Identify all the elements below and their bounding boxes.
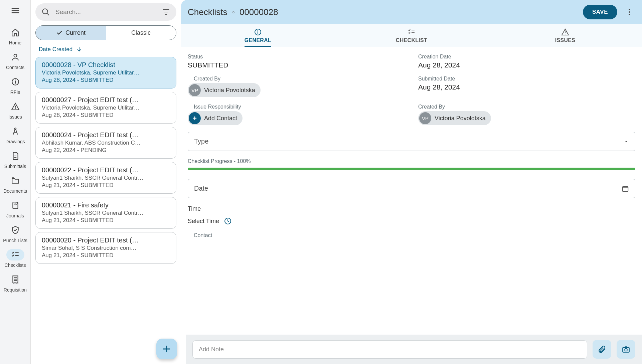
- detail-body[interactable]: Status SUBMITTED Creation Date Aug 28, 2…: [181, 47, 642, 364]
- card-meta: Aug 21, 2024 - SUBMITTED: [42, 182, 170, 189]
- list-item[interactable]: 00000028 - VP Checklist Victoria Povolot…: [35, 57, 176, 88]
- warning-icon: [11, 102, 20, 111]
- nav-documents[interactable]: Documents: [0, 172, 30, 196]
- card-title: 00000024 - Project EDIT test (…: [42, 131, 170, 139]
- nav-checklists[interactable]: Checklists: [0, 246, 30, 270]
- issue-resp-label: Issue Responsibility: [194, 104, 405, 110]
- select-time-button[interactable]: Select Time: [188, 217, 635, 225]
- created-by-2-name: Victoria Povolotska: [435, 115, 486, 122]
- hamburger-menu-button[interactable]: [9, 4, 22, 17]
- more-menu-button[interactable]: [623, 6, 635, 18]
- svg-rect-4: [15, 106, 15, 108]
- card-author: Sufyan1 Shaikh, SSCR General Contr…: [42, 175, 170, 181]
- attach-button[interactable]: [593, 340, 611, 359]
- status-label: Status: [188, 54, 405, 60]
- status-value: SUBMITTED: [188, 61, 405, 69]
- toggle-classic-label: Classic: [131, 29, 151, 36]
- svg-rect-16: [565, 34, 566, 34]
- card-title: 00000028 - VP Checklist: [42, 61, 170, 69]
- hamburger-icon: [10, 6, 20, 16]
- svg-rect-15: [565, 31, 566, 33]
- filter-icon[interactable]: [162, 8, 170, 16]
- card-list[interactable]: 00000028 - VP Checklist Victoria Povolot…: [35, 57, 176, 364]
- list-item[interactable]: 00000024 - Project EDIT test (… Abhilash…: [35, 127, 176, 159]
- nav-home[interactable]: Home: [0, 23, 30, 48]
- progress-bar: [188, 168, 635, 170]
- person-icon: [11, 53, 20, 61]
- nav-issues[interactable]: Issues: [0, 98, 30, 122]
- nav-rfis[interactable]: RFIs: [0, 73, 30, 98]
- card-title: 00000022 - Project EDIT test (…: [42, 166, 170, 174]
- issue-responsibility-field: Issue Responsibility + Add Contact: [188, 104, 405, 125]
- nav-documents-label: Documents: [3, 188, 27, 194]
- plus-circle-icon: +: [189, 112, 201, 124]
- nav-requisition-label: Requisition: [4, 287, 27, 293]
- toggle-classic[interactable]: Classic: [106, 26, 176, 40]
- card-author: Victoria Povolotska, Supreme Utilitar…: [42, 69, 170, 76]
- avatar-initials: VP: [419, 112, 431, 124]
- card-author: Sufyan1 Shaikh, SSCR General Contr…: [42, 210, 170, 216]
- nav-journals[interactable]: Journals: [0, 196, 30, 221]
- more-vert-icon: [625, 8, 633, 16]
- progress-label: Checklist Progress - 100%: [188, 158, 635, 164]
- sort-control[interactable]: Date Created: [35, 46, 176, 57]
- nav-submittals[interactable]: Submittals: [0, 147, 30, 172]
- info-circle-icon: [11, 77, 20, 86]
- submitted-date-field: Submitted Date Aug 28, 2024: [418, 76, 635, 97]
- created-by-pill[interactable]: VP Victoria Povolotska: [188, 83, 261, 97]
- nav-punch-lists[interactable]: Punch Lists: [0, 221, 30, 246]
- search-box[interactable]: [35, 3, 176, 21]
- list-item[interactable]: 00000021 - Fire safety Sufyan1 Shaikh, S…: [35, 197, 176, 229]
- tab-general-label: GENERAL: [245, 37, 271, 43]
- shield-check-icon: [11, 226, 20, 234]
- card-title: 00000020 - Project EDIT test (…: [42, 236, 170, 244]
- created-by-label: Created By: [194, 76, 405, 82]
- folder-icon: [11, 176, 20, 185]
- tab-general[interactable]: GENERAL: [181, 24, 335, 47]
- title-separator: ○: [232, 9, 234, 15]
- time-header: Time: [188, 205, 635, 212]
- add-contact-pill[interactable]: + Add Contact: [188, 111, 243, 125]
- nav-home-label: Home: [9, 40, 21, 45]
- save-button[interactable]: SAVE: [583, 5, 617, 19]
- nav-rfis-label: RFIs: [10, 89, 20, 95]
- card-meta: Aug 21, 2024 - SUBMITTED: [42, 217, 170, 224]
- note-input[interactable]: [192, 340, 587, 359]
- created-by-name: Victoria Povolotska: [204, 87, 255, 94]
- card-author: Abhilash Kumar, ABS Construction C…: [42, 140, 170, 146]
- toggle-current[interactable]: Current: [36, 26, 106, 40]
- svg-point-0: [14, 54, 17, 57]
- created-by-2-label: Created By: [418, 104, 635, 110]
- detail-title: Checklists ○ 00000028: [188, 7, 278, 17]
- svg-rect-17: [623, 186, 628, 191]
- tab-checklist[interactable]: CHECKLIST: [335, 24, 488, 47]
- nav-drawings[interactable]: Drawings: [0, 122, 30, 147]
- add-button[interactable]: [156, 339, 177, 359]
- svg-rect-5: [15, 108, 15, 109]
- camera-button[interactable]: [617, 340, 635, 359]
- type-select[interactable]: Type: [188, 132, 635, 151]
- created-by-2-pill[interactable]: VP Victoria Povolotska: [418, 111, 491, 125]
- submitted-date-label: Submitted Date: [418, 76, 635, 82]
- nav-contacts-label: Contacts: [6, 65, 24, 70]
- list-panel: Current Classic Date Created 00000028 - …: [31, 0, 181, 364]
- arrow-down-icon: [76, 46, 83, 53]
- nav-requisition[interactable]: Requisition: [0, 270, 30, 295]
- detail-tabs: GENERAL CHECKLIST ISSUES: [181, 24, 642, 47]
- svg-point-10: [629, 11, 630, 13]
- card-meta: Aug 21, 2024 - SUBMITTED: [42, 252, 170, 259]
- record-id: 00000028: [239, 7, 278, 17]
- list-item[interactable]: 00000027 - Project EDIT test (… Victoria…: [35, 92, 176, 124]
- svg-point-6: [14, 128, 16, 129]
- module-name: Checklists: [188, 7, 227, 17]
- checklist-icon: [11, 250, 20, 259]
- date-input[interactable]: Date: [188, 179, 635, 198]
- tab-issues[interactable]: ISSUES: [488, 24, 642, 47]
- search-input[interactable]: [55, 8, 156, 16]
- list-item[interactable]: 00000022 - Project EDIT test (… Sufyan1 …: [35, 162, 176, 194]
- info-circle-icon: [254, 28, 262, 36]
- nav-drawings-label: Drawings: [5, 139, 25, 144]
- list-item[interactable]: 00000020 - Project EDIT test (… Simar So…: [35, 232, 176, 264]
- nav-contacts[interactable]: Contacts: [0, 48, 30, 73]
- receipt-icon: [11, 275, 20, 284]
